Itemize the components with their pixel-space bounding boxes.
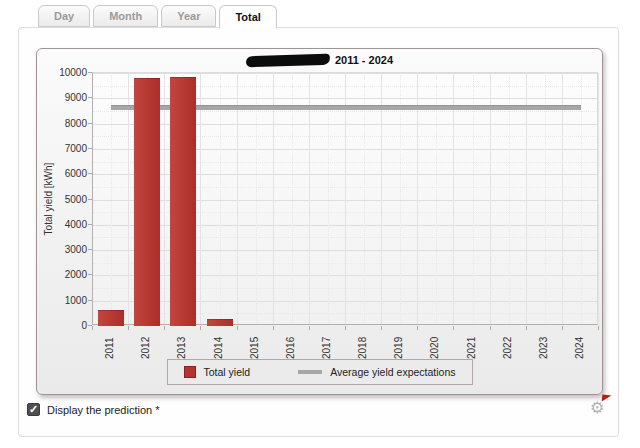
y-tick-label: 9000 [49,92,87,103]
y-tick-label: 6000 [49,168,87,179]
prediction-toggle-row: Display the prediction * [27,403,160,416]
y-tick-label: 5000 [49,194,87,205]
tab-day[interactable]: Day [38,5,90,27]
chart-legend: Total yield Average yield expectations [166,359,472,385]
x-tick-label: 2016 [285,332,297,359]
x-tick-label: 2011 [104,332,116,359]
y-tick-label: 4000 [49,219,87,230]
x-tick-label: 2012 [140,332,152,359]
display-prediction-checkbox[interactable] [27,403,40,416]
tab-total[interactable]: Total [219,5,276,29]
plot-area [92,72,598,325]
x-tick-label: 2013 [176,332,188,359]
y-tick-label: 10000 [49,67,87,78]
x-tick-label: 2023 [538,332,550,359]
x-tick-label: 2014 [213,332,225,359]
settings-gear-icon[interactable]: ⚙ [590,398,610,418]
y-tick-label: 0 [49,320,87,331]
average-yield-swatch-icon [298,370,322,374]
tab-year[interactable]: Year [161,5,216,27]
x-tick-label: 2018 [357,332,369,359]
total-yield-swatch-icon [183,366,195,378]
x-tick-label: 2019 [393,332,405,359]
display-prediction-label: Display the prediction * [47,404,160,416]
x-tick-label: 2024 [574,332,586,359]
tab-month[interactable]: Month [93,5,158,27]
legend-item-average-yield: Average yield expectations [298,366,455,378]
y-tick-label: 7000 [49,143,87,154]
gear-red-marker-icon [602,395,612,403]
x-tick-label: 2020 [429,332,441,359]
y-tick-label: 2000 [49,269,87,280]
chart-frame: 2011 - 2024 Total yield [kWh] Total yiel… [36,48,603,395]
x-tick-label: 2015 [249,332,261,359]
legend-label: Average yield expectations [330,366,455,378]
x-tick-label: 2021 [466,332,478,359]
y-tick-label: 3000 [49,244,87,255]
tab-bar: Day Month Year Total [38,5,277,27]
x-tick-label: 2017 [321,332,333,359]
chart-widget: Day Month Year Total 2011 - 2024 Total y… [0,0,640,448]
chart-title: 2011 - 2024 [37,54,602,66]
legend-item-total-yield: Total yield [183,366,250,378]
y-tick-label: 8000 [49,118,87,129]
y-tick-label: 1000 [49,295,87,306]
x-tick-label: 2022 [502,332,514,359]
legend-label: Total yield [203,366,250,378]
redacted-plant-name-scribble [246,54,330,68]
chart-title-range: 2011 - 2024 [335,54,393,66]
